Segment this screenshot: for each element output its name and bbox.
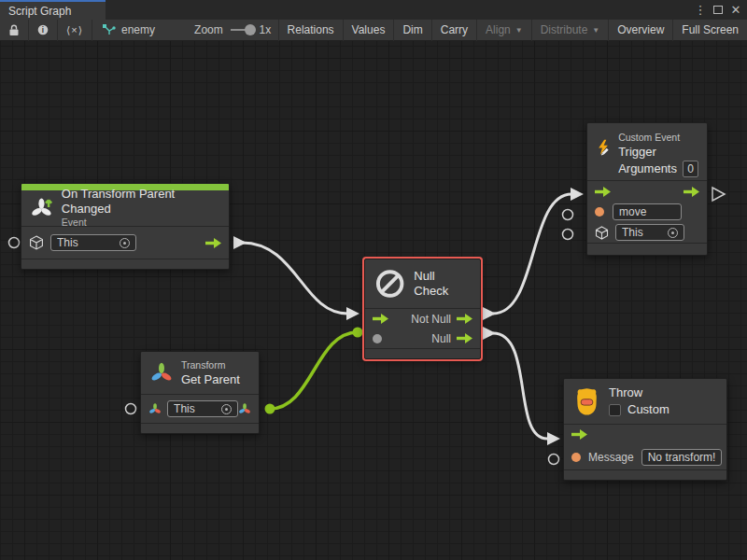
target-field[interactable]: This (167, 400, 238, 417)
graph-toolbar: i ⟨×⟩ enemy Zoom 1x Relations Values Dim… (0, 20, 747, 41)
target-picker-icon[interactable] (221, 404, 232, 414)
node-footer (21, 259, 229, 269)
node-trigger-custom-event[interactable]: Custom Event Trigger Arguments 0 move Th… (586, 122, 708, 256)
graph-name: enemy (121, 23, 155, 36)
toolbar-button-dim[interactable]: Dim (394, 20, 431, 41)
node-get-parent[interactable]: Transform Get Parent This (140, 351, 260, 434)
toolbar-button-distribute[interactable]: Distribute▼ (532, 20, 610, 41)
zoom-label: Zoom (194, 23, 223, 36)
menu-icon[interactable]: ⋮ (693, 3, 708, 17)
lock-button[interactable] (0, 20, 29, 41)
custom-event-icon (596, 131, 611, 166)
zoom-slider[interactable] (231, 29, 252, 31)
target-field[interactable]: This (50, 234, 136, 251)
maximize-icon[interactable] (713, 6, 723, 14)
custom-checkbox[interactable] (609, 404, 621, 416)
tab-strip: Script Graph ⋮ ✕ (0, 0, 747, 20)
flow-output-port[interactable] (205, 238, 221, 248)
node-null-check[interactable]: Null Check Not Null Null (364, 259, 481, 359)
port-label-null: Null (431, 332, 451, 345)
transform-input-port[interactable] (148, 402, 162, 416)
node-footer (365, 349, 480, 358)
tab-title: Script Graph (8, 5, 71, 18)
zoom-value: 1x (260, 23, 272, 36)
flow-input-port[interactable] (373, 314, 388, 324)
string-input-port[interactable] (571, 453, 581, 462)
node-on-transform-parent-changed[interactable]: On Transform Parent Changed Event This (21, 183, 230, 270)
message-field[interactable]: No transform! (641, 449, 723, 466)
transform-icon (149, 361, 174, 385)
null-check-icon (374, 267, 406, 301)
zoom-slider-handle[interactable] (245, 24, 256, 35)
info-button[interactable]: i (29, 20, 58, 41)
node-title: Null Check (414, 269, 472, 300)
toolbar-button-values[interactable]: Values (344, 20, 395, 41)
node-category: Transform (181, 358, 240, 372)
event-name-field[interactable]: move (613, 203, 682, 220)
transform-output-port[interactable] (238, 402, 251, 416)
throw-exception-icon (572, 385, 601, 417)
node-title: Throw (609, 385, 669, 400)
toolbar-button-fullscreen[interactable]: Full Screen (673, 20, 747, 41)
toolbar-button-overview[interactable]: Overview (609, 20, 673, 41)
node-title: Get Parent (181, 372, 240, 387)
port-label-not-null: Not Null (411, 313, 451, 326)
toolbar-button-align[interactable]: Align▼ (477, 20, 532, 41)
window-controls: ⋮ ✕ (693, 0, 743, 19)
message-label: Message (588, 451, 634, 464)
value-input-port[interactable] (373, 334, 382, 343)
script-graph-icon (102, 23, 116, 36)
code-view-button[interactable]: ⟨×⟩ (58, 20, 92, 41)
node-footer (141, 424, 259, 433)
gameobject-cube-icon[interactable] (595, 226, 609, 240)
arguments-label: Arguments (618, 161, 677, 176)
node-throw[interactable]: Throw Custom Message No transform! (563, 378, 727, 481)
flow-input-port[interactable] (595, 187, 611, 197)
chevron-down-icon: ▼ (592, 26, 599, 35)
info-icon: i (37, 23, 49, 36)
flow-input-port[interactable] (571, 429, 587, 440)
not-null-output-port[interactable] (457, 314, 472, 324)
string-input-port[interactable] (595, 207, 604, 217)
code-icon: ⟨×⟩ (66, 24, 83, 36)
node-category: Custom Event (618, 131, 698, 145)
node-footer (587, 244, 707, 255)
transform-event-icon (30, 196, 54, 221)
node-footer (564, 470, 726, 480)
arguments-count-field[interactable]: 0 (683, 161, 698, 177)
target-picker-icon[interactable] (668, 228, 678, 238)
null-output-port[interactable] (457, 333, 472, 343)
toolbar-button-relations[interactable]: Relations (279, 20, 344, 41)
gameobject-cube-icon[interactable] (29, 235, 44, 250)
tab-script-graph[interactable]: Script Graph (0, 0, 106, 20)
node-title: On Transform Parent Changed (62, 187, 220, 217)
flow-output-port[interactable] (684, 187, 699, 197)
lock-icon (8, 24, 20, 36)
custom-label: Custom (627, 402, 669, 417)
close-icon[interactable]: ✕ (728, 3, 743, 17)
svg-text:i: i (42, 26, 44, 35)
toolbar-button-carry[interactable]: Carry (432, 20, 477, 41)
target-picker-icon[interactable] (120, 238, 130, 248)
target-field[interactable]: This (615, 224, 684, 241)
node-title: Trigger (618, 145, 698, 160)
chevron-down-icon: ▼ (515, 26, 523, 35)
node-subtitle: Event (62, 217, 220, 230)
graph-breadcrumb[interactable]: enemy (102, 23, 155, 36)
